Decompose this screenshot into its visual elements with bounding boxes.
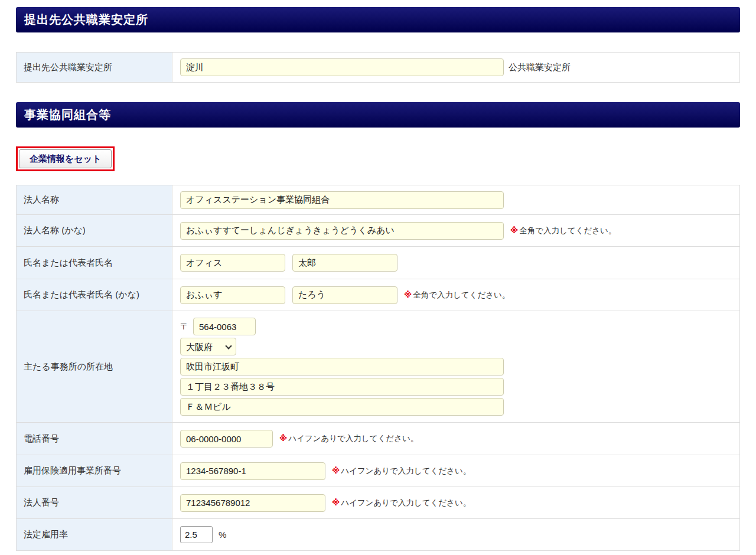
row-content <box>172 247 739 279</box>
note-asterisk: ※ <box>332 466 340 475</box>
row-label: 法人名称 <box>17 185 172 214</box>
button-area: 企業情報をセット <box>16 146 740 171</box>
hyphen-note: ※ハイフンありで入力してください。 <box>332 498 471 508</box>
note-asterisk: ※ <box>332 498 340 507</box>
representative-first-name-input[interactable] <box>292 254 397 272</box>
representative-last-name-input[interactable] <box>180 254 285 272</box>
row-content: 〒 大阪府 <box>172 311 739 422</box>
note-asterisk: ※ <box>279 434 287 443</box>
row-label: 法人番号 <box>17 487 172 518</box>
row-content <box>172 185 739 214</box>
table-row-corporate-number: 法人番号 ※ハイフンありで入力してください。 <box>17 487 739 518</box>
row-content: ※ハイフンありで入力してください。 <box>172 455 739 487</box>
table-row-representative-name-kana: 氏名または代表者氏名 (かな) ※全角で入力してください。 <box>17 279 739 311</box>
red-highlight-box: 企業情報をセット <box>16 146 115 171</box>
statutory-employment-rate-input[interactable] <box>180 526 213 543</box>
form-page: 提出先公共職業安定所 提出先公共職業安定所 公共職業安定所 事業協同組合等 企業… <box>0 0 756 555</box>
table-row: 提出先公共職業安定所 公共職業安定所 <box>17 53 739 82</box>
address-street-input[interactable] <box>180 378 504 396</box>
note-asterisk: ※ <box>404 290 412 299</box>
section-title: 事業協同組合等 <box>24 107 111 123</box>
row-content: ※ハイフンありで入力してください。 <box>172 423 739 455</box>
zenkaku-note: ※全角で入力してください。 <box>510 226 616 236</box>
postal-mark: 〒 <box>180 321 189 332</box>
submission-office-suffix: 公共職業安定所 <box>509 62 571 73</box>
prefecture-select-wrap: 大阪府 <box>180 338 236 355</box>
section-title: 提出先公共職業安定所 <box>24 12 148 28</box>
representative-first-name-kana-input[interactable] <box>292 286 397 304</box>
representative-last-name-kana-input[interactable] <box>180 286 285 304</box>
submission-office-input[interactable] <box>180 58 504 76</box>
hyphen-note: ※ハイフンありで入力してください。 <box>332 466 471 476</box>
prefecture-line: 大阪府 <box>180 338 236 355</box>
employment-insurance-office-number-input[interactable] <box>180 462 325 480</box>
row-content: 公共職業安定所 <box>172 53 739 82</box>
section-header-submission-office: 提出先公共職業安定所 <box>16 7 740 32</box>
row-content: ※全角で入力してください。 <box>172 215 739 246</box>
row-label: 法人名称 (かな) <box>17 215 172 246</box>
row-label: 氏名または代表者氏名 <box>17 247 172 279</box>
row-label: 電話番号 <box>17 423 172 455</box>
prefecture-select[interactable]: 大阪府 <box>180 338 236 355</box>
row-content: ※ハイフンありで入力してください。 <box>172 487 739 518</box>
submission-office-table: 提出先公共職業安定所 公共職業安定所 <box>16 52 740 83</box>
row-label: 雇用保険適用事業所番号 <box>17 455 172 487</box>
table-row-corporate-name-kana: 法人名称 (かな) ※全角で入力してください。 <box>17 214 739 246</box>
corporate-number-input[interactable] <box>180 494 325 512</box>
table-row-office-address: 主たる事務所の所在地 〒 大阪府 <box>17 311 739 422</box>
row-label: 提出先公共職業安定所 <box>17 53 172 82</box>
business-cooperative-table: 法人名称 法人名称 (かな) ※全角で入力してください。 氏名または代表者氏名 … <box>16 185 740 551</box>
corporate-name-input[interactable] <box>180 191 504 209</box>
table-row-statutory-employment-rate: 法定雇用率 % <box>17 518 739 550</box>
zenkaku-note: ※全角で入力してください。 <box>404 290 510 301</box>
address-city-input[interactable] <box>180 358 504 376</box>
phone-number-input[interactable] <box>180 430 273 448</box>
row-label: 氏名または代表者氏名 (かな) <box>17 279 172 311</box>
table-row-employment-insurance-number: 雇用保険適用事業所番号 ※ハイフンありで入力してください。 <box>17 455 739 487</box>
postal-code-line: 〒 <box>180 318 256 335</box>
address-building-input[interactable] <box>180 398 504 416</box>
table-row-corporate-name: 法人名称 <box>17 185 739 214</box>
section-header-business-cooperative: 事業協同組合等 <box>16 102 740 128</box>
table-row-phone: 電話番号 ※ハイフンありで入力してください。 <box>17 422 739 455</box>
row-content: ※全角で入力してください。 <box>172 279 739 311</box>
hyphen-note: ※ハイフンありで入力してください。 <box>279 433 418 444</box>
row-content: % <box>172 519 739 550</box>
corporate-name-kana-input[interactable] <box>180 222 504 240</box>
row-label: 主たる事務所の所在地 <box>17 311 172 422</box>
set-company-info-button[interactable]: 企業情報をセット <box>19 149 112 168</box>
percent-unit: % <box>219 530 226 540</box>
postal-code-input[interactable] <box>193 318 256 335</box>
table-row-representative-name: 氏名または代表者氏名 <box>17 246 739 279</box>
row-label: 法定雇用率 <box>17 519 172 550</box>
note-asterisk: ※ <box>510 226 518 235</box>
